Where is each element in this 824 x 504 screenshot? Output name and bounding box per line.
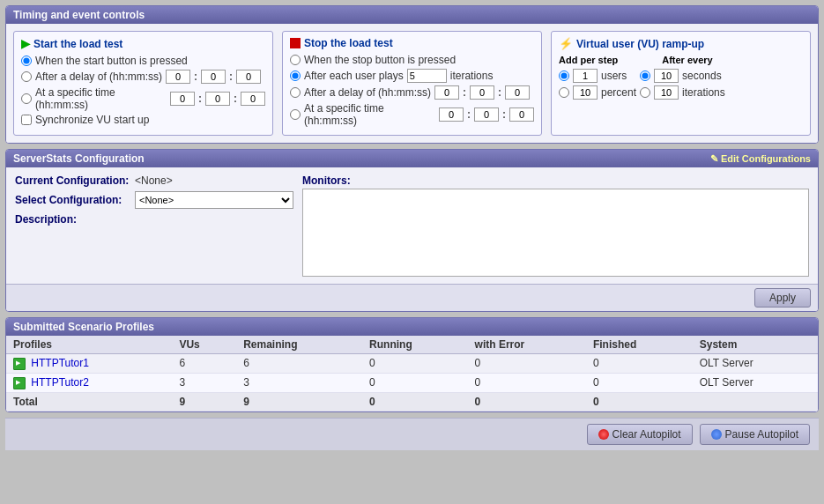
profile-vus-1: 6 bbox=[172, 354, 236, 374]
profile-running-2: 0 bbox=[362, 373, 468, 392]
stop-section-title: Stop the load test bbox=[290, 37, 534, 49]
col-error: with Error bbox=[468, 336, 586, 354]
profile-system-1: OLT Server bbox=[693, 354, 818, 374]
total-label: Total bbox=[6, 392, 172, 411]
profile-remaining-1: 6 bbox=[236, 354, 362, 374]
current-config-value: <None> bbox=[135, 174, 173, 187]
profile-link-1[interactable]: HTTPTutor1 bbox=[31, 357, 89, 369]
clear-autopilot-button[interactable]: Clear Autopilot bbox=[587, 424, 693, 445]
total-finished: 0 bbox=[586, 392, 693, 411]
profile-error-1: 0 bbox=[468, 354, 586, 374]
stop-delay-h[interactable] bbox=[434, 85, 459, 100]
start-delay-h[interactable] bbox=[166, 70, 190, 84]
vu-percent-label: percent bbox=[601, 86, 636, 99]
pause-autopilot-icon bbox=[711, 429, 722, 440]
stop-delay-radio[interactable] bbox=[290, 87, 301, 98]
stop-option-2-row: After each user plays iterations bbox=[290, 69, 534, 83]
profiles-panel: Submitted Scenario Profiles Profiles VUs… bbox=[5, 317, 819, 412]
select-config-dropdown[interactable]: <None> bbox=[135, 191, 293, 209]
start-when-pressed-radio[interactable] bbox=[21, 56, 32, 66]
start-specific-time-radio[interactable] bbox=[21, 93, 32, 104]
table-header-row: Profiles VUs Remaining Running with Erro… bbox=[6, 336, 818, 354]
ss-footer: Apply bbox=[6, 284, 818, 311]
profile-vus-2: 3 bbox=[172, 373, 236, 392]
current-config-label: Current Configuration: bbox=[15, 174, 130, 187]
stop-delay-s[interactable] bbox=[505, 85, 530, 100]
vu-users-row: users seconds bbox=[559, 69, 803, 83]
start-time-s[interactable] bbox=[241, 92, 265, 106]
serverstats-panel: ServerStats Configuration ✎ Edit Configu… bbox=[5, 149, 819, 312]
vu-seconds-radio[interactable] bbox=[640, 70, 650, 81]
profile-link-2[interactable]: HTTPTutor2 bbox=[31, 376, 89, 389]
profiles-table: Profiles VUs Remaining Running with Erro… bbox=[6, 336, 818, 411]
vu-percent-value[interactable] bbox=[573, 85, 598, 100]
start-section-title: ▶ Start the load test bbox=[21, 37, 265, 50]
edit-configurations-link[interactable]: ✎ Edit Configurations bbox=[710, 153, 811, 165]
monitors-box bbox=[302, 189, 809, 277]
vu-iterations-label: iterations bbox=[682, 86, 725, 99]
stop-time-m[interactable] bbox=[474, 107, 499, 122]
stop-option-4-row: At a specific time (hh:mm:ss) : : bbox=[290, 102, 534, 127]
total-row: Total 9 9 0 0 0 bbox=[6, 392, 818, 411]
apply-button[interactable]: Apply bbox=[754, 288, 811, 308]
ss-left-pane: Current Configuration: <None> Select Con… bbox=[15, 174, 293, 277]
profile-icon-2 bbox=[13, 377, 26, 389]
vu-users-value[interactable] bbox=[573, 69, 598, 83]
stop-plays-value[interactable] bbox=[407, 69, 447, 83]
start-delay-s[interactable] bbox=[236, 70, 261, 84]
profile-system-2: OLT Server bbox=[693, 373, 818, 392]
stop-time-s[interactable] bbox=[509, 107, 534, 122]
sync-label: Synchronize VU start up bbox=[35, 114, 149, 126]
col-system: System bbox=[693, 336, 818, 354]
pause-autopilot-button[interactable]: Pause Autopilot bbox=[700, 424, 810, 445]
vu-seconds-label: seconds bbox=[682, 70, 722, 82]
profiles-panel-header: Submitted Scenario Profiles bbox=[6, 318, 818, 336]
sync-checkbox[interactable] bbox=[21, 115, 32, 125]
play-icon: ▶ bbox=[21, 37, 30, 50]
stop-when-pressed-radio[interactable] bbox=[290, 55, 301, 65]
clear-autopilot-label: Clear Autopilot bbox=[612, 428, 681, 441]
monitors-label: Monitors: bbox=[302, 174, 809, 187]
col-finished: Finished bbox=[586, 336, 693, 354]
vu-iterations-value[interactable] bbox=[654, 85, 679, 100]
stop-option-3-row: After a delay of (hh:mm:ss) : : bbox=[290, 85, 534, 100]
bottom-bar: Clear Autopilot Pause Autopilot bbox=[5, 418, 819, 450]
start-option-2-row: After a delay of (hh:mm:ss) : : bbox=[21, 70, 265, 84]
vu-section: ⚡ Virtual user (VU) ramp-up Add per step… bbox=[551, 31, 811, 136]
vu-percent-radio[interactable] bbox=[559, 87, 569, 98]
stop-iterations-label: iterations bbox=[450, 70, 494, 82]
stop-when-pressed-label: When the stop button is pressed bbox=[304, 54, 456, 66]
select-config-label: Select Configuration: bbox=[15, 194, 130, 206]
start-time-h[interactable] bbox=[170, 92, 195, 106]
stop-option-1-row: When the stop button is pressed bbox=[290, 54, 534, 66]
start-delay-radio[interactable] bbox=[21, 71, 32, 82]
start-when-pressed-label: When the start button is pressed bbox=[35, 55, 188, 67]
vu-section-title: ⚡ Virtual user (VU) ramp-up bbox=[559, 37, 803, 50]
timing-panel-title: Timing and event controls bbox=[13, 9, 145, 21]
description-row: Description: bbox=[15, 213, 293, 226]
start-delay-m[interactable] bbox=[201, 70, 226, 84]
after-every-header: After every bbox=[662, 55, 712, 65]
profile-error-2: 0 bbox=[468, 373, 586, 392]
vu-users-radio[interactable] bbox=[559, 70, 569, 81]
add-per-step-header: Add per step bbox=[559, 55, 618, 65]
vu-seconds-value[interactable] bbox=[654, 69, 679, 83]
stop-after-plays-radio[interactable] bbox=[290, 70, 301, 81]
profile-finished-1: 0 bbox=[586, 354, 693, 374]
total-running: 0 bbox=[362, 392, 468, 411]
stop-delay-m[interactable] bbox=[470, 85, 494, 100]
vu-iterations-radio[interactable] bbox=[640, 87, 650, 98]
start-section: ▶ Start the load test When the start but… bbox=[13, 31, 273, 136]
start-time-m[interactable] bbox=[205, 92, 230, 106]
stop-time-h[interactable] bbox=[439, 107, 464, 122]
total-system bbox=[693, 392, 818, 411]
total-remaining: 9 bbox=[236, 392, 362, 411]
select-config-row: Select Configuration: <None> bbox=[15, 191, 293, 209]
start-specific-time-label: At a specific time (hh:mm:ss) bbox=[35, 86, 167, 111]
vu-users-label: users bbox=[601, 70, 636, 82]
pause-autopilot-label: Pause Autopilot bbox=[725, 428, 798, 441]
table-row: HTTPTutor2 3 3 0 0 0 OLT Server bbox=[6, 373, 818, 392]
stop-delay-label: After a delay of (hh:mm:ss) bbox=[304, 86, 431, 99]
description-label: Description: bbox=[15, 213, 130, 226]
stop-specific-time-radio[interactable] bbox=[290, 109, 301, 120]
